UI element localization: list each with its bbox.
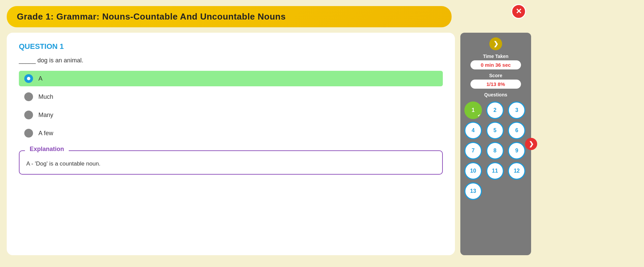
arrow-right-icon: ❯ [529,140,534,148]
question-text: _____ dog is an animal. [19,57,443,64]
next-arrow-btn[interactable]: ❯ [525,138,537,150]
answer-option-a[interactable]: A [19,71,443,86]
q-btn-6-label: 6 [515,127,518,134]
page-title: Grade 1: Grammar: Nouns-Countable And Un… [17,11,286,22]
answer-option-d[interactable]: A few [19,125,443,141]
score-label: Score [489,73,502,78]
check-icon-1: ✔ [478,114,480,117]
sidebar-nav-btn[interactable]: ❯ [489,37,502,50]
q-btn-2-label: 2 [493,107,496,113]
explanation-section: Explanation A - 'Dog' is a countable nou… [19,150,443,175]
option-a-label: A [38,75,42,82]
q-btn-9-label: 9 [515,148,518,154]
q-btn-8-label: 8 [493,148,496,154]
question-btn-4[interactable]: 4 [464,122,482,139]
questions-label: Questions [484,92,507,97]
question-btn-10[interactable]: 10 [464,162,482,180]
header-bar: Grade 1: Grammar: Nouns-Countable And Un… [7,6,452,27]
question-label: QUESTION 1 [19,42,443,51]
main-area: QUESTION 1 _____ dog is an animal. A Muc… [7,33,637,255]
question-btn-9[interactable]: 9 [508,142,525,159]
q-btn-5-label: 5 [493,127,496,134]
q-btn-3-label: 3 [515,107,518,113]
right-sidebar: ❯ Time Taken 0 min 36 sec Score 1/13 8% … [460,33,531,255]
close-button[interactable]: ✕ [511,4,526,19]
answer-option-c[interactable]: Many [19,107,443,123]
q-btn-13-label: 13 [470,188,476,194]
q-btn-12-label: 12 [514,168,520,174]
question-btn-6[interactable]: 6 [508,122,525,139]
radio-d [24,129,33,138]
q-btn-4-label: 4 [472,127,475,134]
question-btn-11[interactable]: 11 [486,162,504,180]
explanation-text: A - 'Dog' is a countable noun. [26,160,435,167]
questions-grid: 1 ✔ 2 3 4 5 6 7 8 9 10 11 12 13 [464,101,527,200]
q-btn-1-label: 1 [472,107,475,113]
question-btn-3[interactable]: 3 [508,101,525,119]
time-taken-label: Time Taken [483,54,509,59]
option-c-label: Many [38,112,53,119]
explanation-tab: Explanation [25,145,69,153]
q-btn-7-label: 7 [472,148,475,154]
q-btn-11-label: 11 [492,168,498,174]
score-value: 1/13 8% [470,80,521,89]
question-btn-8[interactable]: 8 [486,142,504,159]
q-btn-10-label: 10 [470,168,476,174]
answer-option-b[interactable]: Much [19,89,443,105]
time-taken-value: 0 min 36 sec [470,60,521,69]
question-btn-5[interactable]: 5 [486,122,504,139]
option-d-label: A few [38,130,53,137]
radio-b [24,92,33,101]
question-btn-1[interactable]: 1 ✔ [464,101,482,119]
question-btn-12[interactable]: 12 [508,162,525,180]
question-panel: QUESTION 1 _____ dog is an animal. A Muc… [7,33,455,255]
radio-c [24,111,33,119]
question-btn-7[interactable]: 7 [464,142,482,159]
option-b-label: Much [38,93,53,100]
question-btn-13[interactable]: 13 [464,182,482,200]
question-btn-2[interactable]: 2 [486,101,504,119]
nav-icon: ❯ [493,40,498,48]
radio-a [24,74,33,83]
